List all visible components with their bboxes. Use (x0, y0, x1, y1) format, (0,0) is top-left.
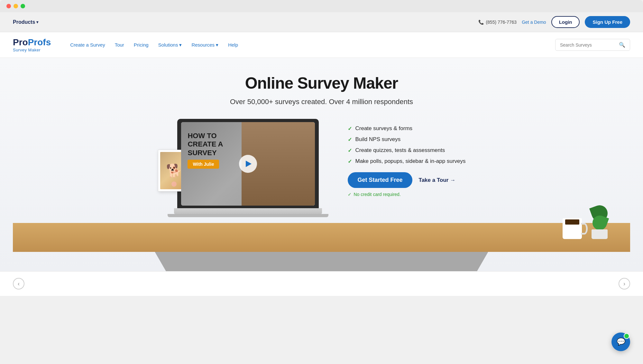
hero-section: Online Survey Maker Over 50,000+ surveys… (0, 58, 643, 271)
products-button[interactable]: Products ▾ (13, 19, 38, 25)
mug-wrap (563, 218, 582, 239)
video-julie-badge: With Julie (188, 160, 219, 169)
top-bar-left: Products ▾ (13, 19, 38, 25)
feature-label-2: Build NPS surveys (355, 136, 400, 143)
products-chevron-icon: ▾ (36, 20, 38, 24)
mac-titlebar (0, 0, 643, 12)
right-arrow-icon: › (623, 280, 625, 287)
left-arrow-icon: ‹ (18, 280, 20, 287)
laptop-foot (168, 214, 328, 217)
logo-pro-part: Pro (13, 37, 28, 47)
video-line2: CREATE A (188, 140, 223, 148)
video-line3: SURVEY (188, 149, 223, 157)
hero-subtitle: Over 50,000+ surveys created. Over 4 mil… (13, 98, 630, 106)
feature-item-1: ✓ Create surveys & forms (348, 125, 465, 132)
nav-links: Create a Survey Tour Pricing Solutions ▾… (70, 42, 542, 48)
search-input[interactable] (560, 42, 616, 48)
video-text: HOW TO CREATE A SURVEY With Julie (188, 132, 223, 169)
logo-text: ProProfs (13, 37, 51, 48)
plant-wrap (588, 213, 611, 239)
mug-coffee (565, 219, 579, 225)
no-cc-check-icon: ✓ (348, 192, 352, 197)
next-arrow-button[interactable]: › (619, 278, 630, 289)
pricing-nav-link[interactable]: Pricing (134, 42, 149, 48)
login-button[interactable]: Login (551, 16, 580, 28)
hero-title: Online Survey Maker (13, 74, 630, 93)
solutions-nav-link[interactable]: Solutions ▾ (158, 42, 182, 48)
laptop-base (174, 208, 322, 214)
video-line1: HOW TO (188, 132, 223, 140)
plant (588, 213, 611, 239)
mac-minimize-dot[interactable] (14, 4, 18, 8)
desk-area (13, 223, 630, 271)
plant-pot (592, 229, 608, 239)
check-icon-1: ✓ (348, 126, 352, 132)
mug (563, 218, 582, 239)
feature-label-4: Make polls, popups, sidebar & in-app sur… (355, 158, 465, 164)
top-bar: Products ▾ 📞 (855) 776-7763 Get a Demo L… (0, 12, 643, 32)
feature-item-3: ✓ Create quizzes, tests & assessments (348, 147, 465, 154)
desk-support (136, 252, 507, 271)
mac-maximize-dot[interactable] (21, 4, 25, 8)
no-credit-card-note: ✓ No credit card required. (348, 192, 465, 197)
tour-nav-link[interactable]: Tour (115, 42, 124, 48)
features-section: ✓ Create surveys & forms ✓ Build NPS sur… (348, 119, 465, 197)
check-icon-2: ✓ (348, 137, 352, 143)
desk-items (563, 213, 611, 239)
solutions-label: Solutions (158, 42, 178, 48)
laptop-screen-outer: HOW TO CREATE A SURVEY With Julie (177, 119, 319, 208)
no-cc-label: No credit card required. (354, 192, 400, 197)
photo-dot-decoration (171, 182, 177, 187)
phone-number: (855) 776-7763 (486, 20, 517, 25)
cta-buttons: Get Started Free Take a Tour → (348, 172, 465, 188)
plant-leaves (590, 205, 609, 230)
resources-nav-link[interactable]: Resources ▾ (191, 42, 218, 48)
check-icon-4: ✓ (348, 158, 352, 164)
products-label: Products (13, 19, 35, 25)
desk-surface (13, 223, 630, 252)
play-triangle-icon (246, 161, 252, 167)
help-nav-link[interactable]: Help (228, 42, 238, 48)
feature-item-2: ✓ Build NPS surveys (348, 136, 465, 143)
main-nav: ProProfs Survey Maker Create a Survey To… (0, 32, 643, 58)
laptop-screen: HOW TO CREATE A SURVEY With Julie (181, 122, 315, 206)
get-demo-link[interactable]: Get a Demo (522, 20, 546, 25)
feature-label-1: Create surveys & forms (355, 125, 412, 132)
get-started-button[interactable]: Get Started Free (348, 172, 412, 188)
create-survey-nav-link[interactable]: Create a Survey (70, 42, 105, 48)
phone-icon: 📞 (478, 20, 484, 25)
solutions-chevron-icon: ▾ (179, 42, 182, 48)
bottom-nav: ‹ › (0, 271, 643, 296)
feature-item-4: ✓ Make polls, popups, sidebar & in-app s… (348, 158, 465, 164)
phone-area: 📞 (855) 776-7763 (478, 20, 517, 25)
laptop-video-section: 🐕 HOW TO CREATE A SURVEY (177, 119, 328, 217)
hero-bottom (13, 223, 630, 271)
take-tour-link[interactable]: Take a Tour → (419, 177, 456, 183)
check-icon-3: ✓ (348, 147, 352, 154)
feature-label-3: Create quizzes, tests & assessments (355, 147, 445, 154)
hero-content: 🐕 HOW TO CREATE A SURVEY (145, 119, 499, 217)
signup-button[interactable]: Sign Up Free (585, 16, 630, 28)
logo[interactable]: ProProfs Survey Maker (13, 37, 51, 52)
search-box[interactable]: 🔍 (555, 39, 630, 51)
search-icon: 🔍 (619, 42, 625, 48)
logo-profs-part: Profs (28, 37, 51, 47)
resources-chevron-icon: ▾ (216, 42, 218, 48)
mac-close-dot[interactable] (6, 4, 11, 8)
resources-label: Resources (191, 42, 215, 48)
prev-arrow-button[interactable]: ‹ (13, 278, 24, 289)
top-bar-right: 📞 (855) 776-7763 Get a Demo Login Sign U… (478, 16, 630, 28)
logo-subtitle: Survey Maker (13, 48, 41, 52)
dog-emoji-icon: 🐕 (166, 163, 182, 178)
